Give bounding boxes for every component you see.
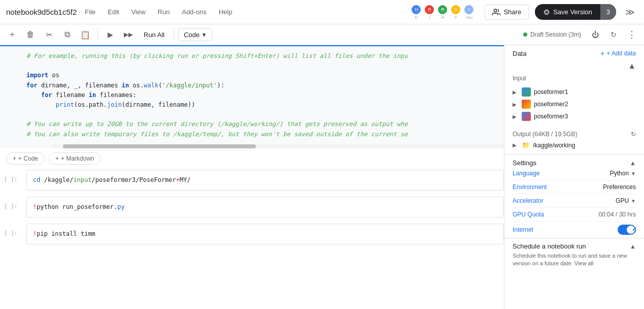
avatar-icon-p: P: [424, 4, 435, 15]
menu-edit[interactable]: Edit: [106, 7, 121, 17]
toolbar-divider-1: [97, 28, 98, 41]
paste-cell-button[interactable]: 📋: [77, 26, 93, 43]
refresh-button[interactable]: ↻: [605, 26, 622, 43]
share-button[interactable]: Share: [485, 5, 529, 20]
session-badge: Draft Session (3m): [523, 31, 581, 38]
internet-toggle[interactable]: ✓: [618, 225, 636, 235]
collapse-right-panel-button[interactable]: ▲: [513, 61, 636, 71]
cell-4-wrapper: [ ]: !pip install timm: [0, 224, 504, 244]
output-folder-item[interactable]: ▶ 📁 /kaggle/working: [513, 140, 636, 150]
gpu-quota-label: GPU Quota: [513, 211, 544, 218]
accelerator-dropdown[interactable]: GPU ▼: [616, 197, 636, 204]
plus-icon-data: +: [600, 49, 604, 57]
output-chevron: ▶: [513, 142, 519, 148]
data-section: Data + + Add data ▲ Input ▶ poseformer1 …: [504, 45, 644, 127]
avatar-r: R A: [437, 4, 448, 20]
tree-chevron-2: ▶: [513, 102, 519, 107]
avatar-h: H D: [411, 4, 422, 20]
save-version-main: Save Version: [535, 4, 600, 20]
menu-file[interactable]: File: [83, 7, 97, 17]
menu-run[interactable]: Run: [156, 7, 172, 17]
gpu-quota-row: GPU Quota 00:04 / 30 hrs: [513, 208, 636, 222]
avatar-icon-h: H: [411, 4, 422, 15]
notebook-panel[interactable]: # For example, running this (by clicking…: [0, 45, 504, 309]
scrollbar-thumb[interactable]: [63, 144, 256, 148]
tree-item-poseformer1[interactable]: ▶ poseformer1: [513, 86, 636, 98]
cell-3-wrapper: [ ]: !python run_poseformer.py: [0, 197, 504, 218]
save-version-button[interactable]: Save Version 3: [535, 4, 616, 20]
code-type-label: Code: [184, 31, 199, 39]
cell-2[interactable]: cd /kaggle/input/poseformer3/PoseFormer+…: [26, 170, 504, 191]
add-code-button[interactable]: + + Code: [6, 152, 45, 165]
environment-label: Environment: [513, 183, 547, 191]
toggle-thumb: ✓: [627, 226, 635, 234]
tree-item-poseformer2[interactable]: ▶ poseformer2: [513, 98, 636, 110]
cell-3[interactable]: !python run_poseformer.py: [26, 197, 504, 218]
horizontal-scrollbar[interactable]: [53, 144, 504, 148]
settings-chevron-up-icon: ▲: [630, 160, 636, 167]
hscroll-container: [0, 144, 504, 148]
copy-cell-button[interactable]: ⧉: [59, 26, 75, 43]
language-dropdown[interactable]: Python ▼: [610, 170, 636, 177]
schedule-chevron-up-icon: ▲: [630, 243, 636, 250]
cell-2-wrapper: [ ]: cd /kaggle/input/poseformer3/PoseFo…: [0, 170, 504, 191]
poseformer3-label: poseformer3: [534, 113, 568, 120]
data-section-title: Data: [513, 50, 526, 57]
right-panel: Data + + Add data ▲ Input ▶ poseformer1 …: [504, 45, 644, 309]
language-value: Python: [610, 170, 629, 177]
notebook-title: notebook9d5cb1c5f2: [6, 8, 77, 16]
avatar-g: G P: [450, 4, 461, 20]
settings-title: Settings: [513, 159, 536, 167]
power-button[interactable]: ⏻: [587, 26, 603, 43]
output-folder-label: /kaggle/working: [533, 142, 575, 149]
settings-header[interactable]: Settings ▲: [513, 159, 636, 167]
output-refresh-icon[interactable]: ↻: [631, 131, 636, 138]
schedule-title: Schedule a notebook run: [513, 242, 586, 250]
run-all-button[interactable]: Run All: [139, 29, 170, 41]
chevron-down-icon: ▼: [201, 32, 207, 38]
menu-help[interactable]: Help: [217, 7, 234, 17]
cell-spacer-2: [0, 219, 504, 223]
plus-icon-code: +: [13, 155, 16, 162]
top-code-cell[interactable]: # For example, running this (by clicking…: [0, 45, 504, 144]
add-data-label: + Add data: [606, 50, 636, 57]
add-cell-button[interactable]: +: [4, 26, 20, 43]
data-header: Data + + Add data: [513, 49, 636, 57]
cell-3-label: [ ]:: [4, 203, 19, 209]
delete-cell-button[interactable]: 🗑: [22, 26, 39, 43]
kaggle-icon: [543, 9, 550, 16]
tree-chevron-1: ▶: [513, 89, 519, 95]
toolbar: + 🗑 ✂ ⧉ 📋 ▶ ▶▶ Run All Code ▼ Draft Sess…: [0, 24, 644, 45]
add-markdown-button[interactable]: + + Markdown: [49, 152, 101, 165]
poseformer2-icon: [522, 100, 531, 109]
run-all-button-icon[interactable]: ▶▶: [120, 26, 137, 43]
folder-icon: 📁: [522, 141, 530, 149]
avatar-icon-g: G: [450, 4, 461, 15]
toolbar-actions: ⏻ ↻ ⋮: [587, 26, 640, 43]
gpu-quota-value: 00:04 / 30 hrs: [599, 211, 636, 218]
cell-4-label: [ ]:: [4, 230, 19, 236]
expand-panel-icon[interactable]: ≫: [622, 4, 638, 21]
add-data-button[interactable]: + + Add data: [600, 49, 636, 57]
schedule-header[interactable]: Schedule a notebook run ▲: [513, 242, 636, 250]
chevron-up-icon: ▲: [628, 61, 636, 71]
poseformer1-label: poseformer1: [534, 88, 568, 96]
code-type-dropdown[interactable]: Code ▼: [178, 28, 212, 41]
language-label: Language: [513, 170, 539, 177]
cell-4[interactable]: !pip install timm: [26, 224, 504, 244]
toolbar-divider-2: [174, 28, 174, 41]
add-markdown-label: + Markdown: [61, 155, 94, 162]
accelerator-value: GPU: [616, 197, 629, 204]
avatar-you-label: You: [466, 15, 473, 20]
accelerator-label: Accelerator: [513, 197, 544, 204]
header-menus: File Edit View Run Add-ons Help: [83, 7, 234, 17]
cut-cell-button[interactable]: ✂: [41, 26, 57, 43]
avatar-you: Y You: [463, 4, 474, 20]
menu-view[interactable]: View: [129, 7, 148, 17]
environment-value[interactable]: Preferences: [603, 183, 636, 191]
more-options-button[interactable]: ⋮: [624, 26, 640, 43]
menu-addons[interactable]: Add-ons: [180, 7, 208, 17]
tree-item-poseformer3[interactable]: ▶ poseformer3: [513, 110, 636, 122]
run-cell-button[interactable]: ▶: [102, 26, 118, 43]
language-row: Language Python ▼: [513, 167, 636, 180]
